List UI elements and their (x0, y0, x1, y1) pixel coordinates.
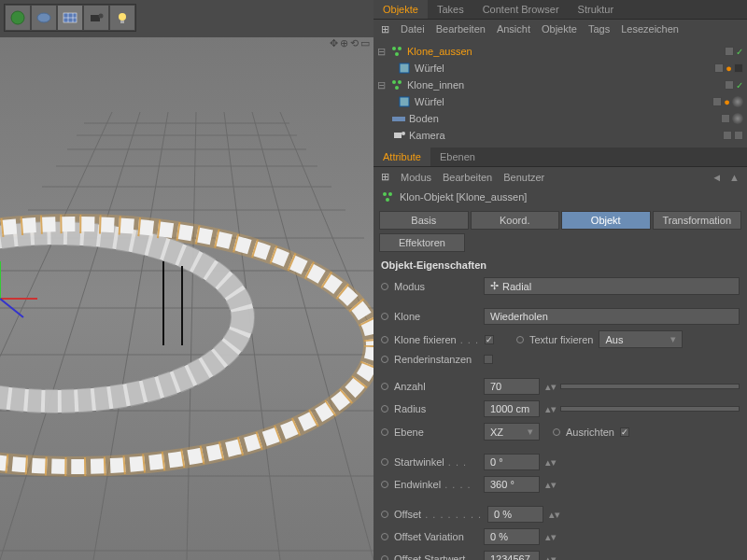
object-manager-menu: ⊞ Datei Bearbeiten Ansicht Objekte Tags … (374, 20, 747, 39)
ebene-dropdown[interactable]: XZ▾ (484, 423, 540, 441)
spinner-icon[interactable]: ▴▾ (549, 509, 558, 521)
prop-startwinkel: Startwinkel . . . 0 °▴▾ (374, 451, 747, 473)
spinner-icon[interactable]: ▴▾ (545, 456, 555, 469)
menu-objekte[interactable]: Objekte (542, 23, 577, 35)
offset-field[interactable]: 0 % (487, 506, 543, 523)
tree-label[interactable]: Klone_aussen (407, 46, 721, 57)
spinner-icon[interactable]: ▴▾ (545, 531, 555, 543)
menu-bearbeiten[interactable]: Bearbeiten (436, 23, 486, 35)
tree-row-boden[interactable]: Boden (374, 110, 747, 127)
tab-struktur[interactable]: Struktur (569, 0, 624, 19)
anzahl-field[interactable]: 70 (484, 378, 540, 395)
tree-row-klone-innen[interactable]: ⊟ Klone_innen ✓ (374, 77, 747, 93)
tree-row-wuerfel-1[interactable]: Würfel ● (374, 60, 747, 77)
nav-back-icon[interactable]: ◄ (712, 172, 722, 183)
floor-icon (392, 112, 405, 125)
svg-rect-6 (91, 15, 100, 21)
svg-point-41 (398, 47, 402, 50)
light-icon[interactable] (109, 5, 135, 31)
anzahl-slider[interactable] (560, 384, 740, 389)
svg-line-24 (0, 112, 140, 560)
viewport-scene (0, 37, 374, 560)
blob-icon[interactable] (31, 5, 57, 31)
tree-label[interactable]: Klone_innen (407, 79, 721, 91)
offset-startwert-field[interactable]: 1234567 (484, 551, 540, 560)
viewport[interactable]: ✥ ⊕ ⟲ ▭ (0, 37, 374, 560)
svg-point-53 (386, 198, 389, 202)
tab-ebenen[interactable]: Ebenen (430, 147, 485, 166)
collapse-icon[interactable]: ⊟ (377, 46, 387, 58)
tree-row-klone-aussen[interactable]: ⊟ Klone_aussen ✓ (374, 43, 747, 60)
endwinkel-field[interactable]: 360 ° (484, 476, 540, 493)
object-name-row: Klon-Objekt [Klone_aussen] (374, 187, 747, 207)
renderinstanzen-checkbox[interactable] (484, 355, 493, 364)
svg-point-42 (395, 52, 399, 56)
textur-fixieren-dropdown[interactable]: Aus▾ (599, 330, 683, 348)
radius-slider[interactable] (560, 406, 740, 412)
offset-variation-field[interactable]: 0 % (484, 528, 540, 545)
klone-dropdown[interactable]: Wiederholen (484, 308, 740, 325)
ausrichten-checkbox[interactable] (620, 427, 629, 437)
prop-ebene: Ebene XZ▾ Ausrichten (374, 420, 747, 443)
sphere-icon[interactable] (5, 5, 31, 31)
spinner-icon[interactable]: ▴▾ (545, 553, 555, 561)
tab-objekte[interactable]: Objekte (374, 0, 428, 19)
prop-radius: Radius 1000 cm▴▾ (374, 398, 747, 420)
tree-label[interactable]: Boden (409, 113, 717, 124)
tree-row-wuerfel-2[interactable]: Würfel ● (374, 93, 747, 110)
menu-tags[interactable]: Tags (588, 23, 610, 35)
nav-up-icon[interactable]: ▲ (729, 172, 740, 183)
grid-toggle-icon[interactable]: ⊞ (381, 23, 389, 35)
cloner-icon (390, 78, 403, 91)
tab-effektoren[interactable]: Effektoren (379, 233, 465, 252)
tree-label[interactable]: Würfel (415, 96, 709, 107)
tab-takes[interactable]: Takes (428, 0, 473, 19)
tab-objekt[interactable]: Objekt (561, 211, 651, 230)
startwinkel-field[interactable]: 0 ° (484, 454, 540, 470)
svg-line-26 (187, 112, 196, 560)
menu-benutzer[interactable]: Benutzer (503, 172, 544, 183)
spinner-icon[interactable]: ▴▾ (545, 381, 555, 393)
spinner-icon[interactable]: ▴▾ (545, 403, 555, 415)
prop-klone-fixieren: Klone fixieren . . . Textur fixieren Aus… (374, 328, 747, 351)
tab-content-browser[interactable]: Content Browser (473, 0, 569, 19)
menu-modus[interactable]: Modus (401, 172, 431, 183)
section-title: Objekt-Eigenschaften (374, 256, 747, 274)
svg-rect-43 (400, 63, 409, 73)
prop-endwinkel: Endwinkel . . . . 360 °▴▾ (374, 473, 747, 496)
svg-point-52 (388, 192, 392, 196)
camera-icon[interactable] (83, 5, 109, 31)
tree-label[interactable]: Würfel (415, 63, 711, 74)
attribute-tabs: Basis Koord. Objekt Transformation (374, 207, 747, 233)
cloner-icon (390, 45, 403, 58)
tree-row-kamera[interactable]: Kamera (374, 127, 747, 144)
tab-attribute[interactable]: Attribute (374, 147, 430, 166)
menu-lesezeichen[interactable]: Lesezeichen (621, 23, 679, 35)
svg-point-46 (395, 86, 399, 90)
klone-fixieren-checkbox[interactable] (485, 335, 494, 344)
svg-rect-48 (392, 117, 405, 121)
grid-icon[interactable] (57, 5, 83, 31)
modus-dropdown[interactable]: ✢Radial (484, 277, 740, 295)
svg-line-25 (93, 112, 168, 560)
grid-toggle-icon[interactable]: ⊞ (381, 171, 389, 183)
tab-koord[interactable]: Koord. (471, 211, 560, 230)
object-manager-tabs: Objekte Takes Content Browser Struktur (374, 0, 747, 20)
collapse-icon[interactable]: ⊟ (377, 79, 387, 91)
object-tree: ⊟ Klone_aussen ✓ Würfel ● ⊟ Klone_innen … (374, 39, 747, 147)
svg-point-44 (392, 80, 396, 84)
prop-offset-startwert: Offset Startwert 1234567▴▾ (374, 548, 747, 560)
svg-rect-49 (394, 133, 402, 138)
spinner-icon[interactable]: ▴▾ (545, 479, 555, 491)
tab-transformation[interactable]: Transformation (653, 211, 742, 230)
menu-bearbeiten[interactable]: Bearbeiten (443, 172, 492, 183)
radius-field[interactable]: 1000 cm (484, 400, 540, 417)
object-title: Klon-Objekt [Klone_aussen] (400, 191, 527, 203)
menu-ansicht[interactable]: Ansicht (497, 23, 530, 35)
menu-datei[interactable]: Datei (401, 23, 425, 35)
prop-renderinstanzen: Renderinstanzen (374, 351, 747, 368)
tree-label[interactable]: Kamera (409, 130, 719, 141)
svg-rect-9 (120, 21, 124, 23)
tab-basis[interactable]: Basis (379, 211, 469, 230)
prop-klone: Klone Wiederholen (374, 305, 747, 328)
